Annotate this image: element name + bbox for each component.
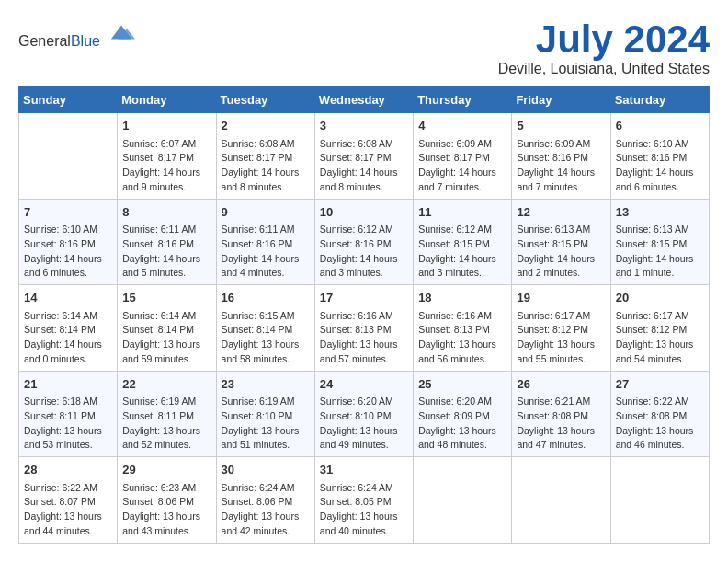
day-number: 10: [320, 203, 408, 222]
daylight-text: Daylight: 14 hours and 3 minutes.: [320, 252, 408, 282]
sunset-text: Sunset: 8:14 PM: [24, 323, 112, 338]
sunrise-text: Sunrise: 6:17 AM: [616, 309, 704, 324]
sunrise-text: Sunrise: 6:21 AM: [517, 395, 605, 409]
day-number: 14: [24, 289, 112, 307]
calendar-cell: 8Sunrise: 6:11 AMSunset: 8:16 PMDaylight…: [118, 199, 216, 285]
day-number: 24: [320, 375, 408, 394]
sunset-text: Sunset: 8:16 PM: [616, 151, 704, 166]
sunrise-text: Sunrise: 6:24 AM: [222, 481, 310, 496]
daylight-text: Daylight: 13 hours and 46 minutes.: [616, 424, 704, 454]
sunrise-text: Sunrise: 6:16 AM: [320, 309, 408, 324]
sunrise-text: Sunrise: 6:23 AM: [122, 481, 210, 496]
sunset-text: Sunset: 8:16 PM: [517, 151, 605, 166]
calendar-cell: 3Sunrise: 6:08 AMSunset: 8:17 PMDaylight…: [314, 113, 413, 200]
sunrise-text: Sunrise: 6:19 AM: [122, 395, 210, 409]
daylight-text: Daylight: 13 hours and 48 minutes.: [418, 424, 506, 454]
daylight-text: Daylight: 13 hours and 44 minutes.: [24, 510, 112, 539]
column-header-friday: Friday: [512, 87, 610, 113]
calendar-cell: 19Sunrise: 6:17 AMSunset: 8:12 PMDayligh…: [512, 285, 610, 372]
day-number: 20: [616, 289, 704, 307]
daylight-text: Daylight: 13 hours and 53 minutes.: [24, 424, 112, 454]
day-number: 21: [24, 375, 112, 394]
calendar-cell: 12Sunrise: 6:13 AMSunset: 8:15 PMDayligh…: [512, 199, 610, 285]
sunset-text: Sunset: 8:05 PM: [320, 495, 408, 510]
sunset-text: Sunset: 8:11 PM: [122, 409, 210, 424]
day-number: 1: [122, 117, 210, 135]
calendar-cell: 29Sunrise: 6:23 AMSunset: 8:06 PMDayligh…: [118, 457, 216, 544]
daylight-text: Daylight: 13 hours and 51 minutes.: [222, 424, 310, 454]
calendar-table: SundayMondayTuesdayWednesdayThursdayFrid…: [18, 86, 710, 544]
day-number: 7: [24, 203, 112, 222]
daylight-text: Daylight: 14 hours and 8 minutes.: [320, 166, 408, 195]
daylight-text: Daylight: 13 hours and 40 minutes.: [320, 510, 408, 539]
day-number: 31: [320, 461, 408, 479]
daylight-text: Daylight: 14 hours and 7 minutes.: [418, 166, 506, 195]
calendar-week-4: 21Sunrise: 6:18 AMSunset: 8:11 PMDayligh…: [19, 371, 710, 457]
calendar-cell: 15Sunrise: 6:14 AMSunset: 8:14 PMDayligh…: [118, 285, 216, 372]
sunrise-text: Sunrise: 6:09 AM: [517, 137, 605, 152]
sunset-text: Sunset: 8:11 PM: [24, 409, 112, 424]
sunrise-text: Sunrise: 6:12 AM: [320, 223, 408, 237]
sunrise-text: Sunrise: 6:20 AM: [320, 395, 408, 409]
calendar-cell: 1Sunrise: 6:07 AMSunset: 8:17 PMDaylight…: [118, 113, 216, 200]
calendar-week-3: 14Sunrise: 6:14 AMSunset: 8:14 PMDayligh…: [19, 285, 710, 372]
calendar-cell: 6Sunrise: 6:10 AMSunset: 8:16 PMDaylight…: [610, 113, 709, 200]
daylight-text: Daylight: 13 hours and 49 minutes.: [320, 424, 408, 454]
sunrise-text: Sunrise: 6:11 AM: [222, 223, 310, 237]
sunrise-text: Sunrise: 6:13 AM: [616, 223, 704, 237]
day-number: 30: [222, 461, 310, 479]
daylight-text: Daylight: 14 hours and 3 minutes.: [418, 252, 506, 282]
day-number: 5: [517, 117, 605, 135]
sunrise-text: Sunrise: 6:10 AM: [24, 223, 112, 237]
day-number: 9: [222, 203, 310, 222]
calendar-cell: 2Sunrise: 6:08 AMSunset: 8:17 PMDaylight…: [216, 113, 314, 200]
calendar-cell: 13Sunrise: 6:13 AMSunset: 8:15 PMDayligh…: [610, 199, 709, 285]
column-header-wednesday: Wednesday: [314, 87, 413, 113]
day-number: 23: [222, 375, 310, 394]
daylight-text: Daylight: 14 hours and 6 minutes.: [616, 166, 704, 195]
day-number: 3: [320, 117, 408, 135]
logo: GeneralBlue: [18, 18, 135, 50]
logo-icon: [108, 18, 135, 46]
calendar-cell: 4Sunrise: 6:09 AMSunset: 8:17 PMDaylight…: [414, 113, 512, 200]
sunset-text: Sunset: 8:14 PM: [222, 323, 310, 338]
sunset-text: Sunset: 8:15 PM: [616, 237, 704, 252]
day-number: 2: [222, 117, 310, 135]
sunset-text: Sunset: 8:16 PM: [24, 237, 112, 252]
daylight-text: Daylight: 14 hours and 4 minutes.: [222, 252, 310, 282]
daylight-text: Daylight: 14 hours and 9 minutes.: [122, 166, 210, 195]
column-header-monday: Monday: [118, 87, 216, 113]
sunset-text: Sunset: 8:08 PM: [517, 409, 605, 424]
calendar-cell: 7Sunrise: 6:10 AMSunset: 8:16 PMDaylight…: [19, 199, 118, 285]
logo-general-text: General: [18, 33, 71, 49]
day-number: 11: [418, 203, 506, 222]
sunrise-text: Sunrise: 6:09 AM: [418, 137, 506, 152]
sunset-text: Sunset: 8:15 PM: [517, 237, 605, 252]
calendar-cell: 22Sunrise: 6:19 AMSunset: 8:11 PMDayligh…: [118, 371, 216, 457]
day-number: 4: [418, 117, 506, 135]
day-number: 29: [122, 461, 210, 479]
sunset-text: Sunset: 8:10 PM: [320, 409, 408, 424]
sunset-text: Sunset: 8:14 PM: [122, 323, 210, 338]
daylight-text: Daylight: 14 hours and 6 minutes.: [24, 252, 112, 282]
sunrise-text: Sunrise: 6:16 AM: [418, 309, 506, 324]
sunrise-text: Sunrise: 6:14 AM: [122, 309, 210, 324]
sunrise-text: Sunrise: 6:08 AM: [320, 137, 408, 152]
day-number: 17: [320, 289, 408, 307]
column-header-saturday: Saturday: [610, 87, 709, 113]
sunset-text: Sunset: 8:12 PM: [616, 323, 704, 338]
sunset-text: Sunset: 8:17 PM: [320, 151, 408, 166]
calendar-header-row: SundayMondayTuesdayWednesdayThursdayFrid…: [19, 87, 710, 113]
sunrise-text: Sunrise: 6:24 AM: [320, 481, 408, 496]
sunset-text: Sunset: 8:17 PM: [418, 151, 506, 166]
sunset-text: Sunset: 8:16 PM: [122, 237, 210, 252]
day-number: 15: [122, 289, 210, 307]
day-number: 25: [418, 375, 506, 394]
sunrise-text: Sunrise: 6:22 AM: [24, 481, 112, 496]
sunset-text: Sunset: 8:17 PM: [122, 151, 210, 166]
calendar-cell: [512, 457, 610, 544]
calendar-cell: 26Sunrise: 6:21 AMSunset: 8:08 PMDayligh…: [512, 371, 610, 457]
daylight-text: Daylight: 13 hours and 47 minutes.: [517, 424, 605, 454]
day-number: 19: [517, 289, 605, 307]
sunrise-text: Sunrise: 6:22 AM: [616, 395, 704, 409]
